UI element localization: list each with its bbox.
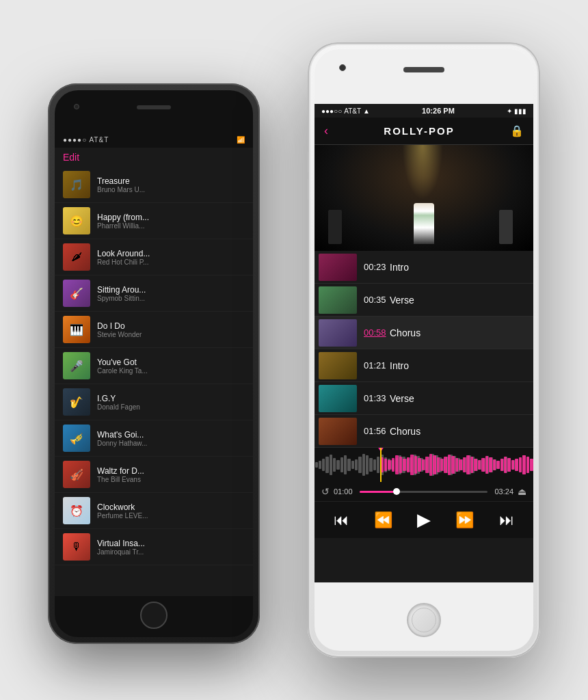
song-title-happy: Happy (from... (97, 213, 245, 222)
chapter-item-intro1[interactable]: 00:23Intro (315, 251, 533, 284)
white-nav-bar: ‹ ROLLY-POP 🔒 (315, 118, 533, 145)
video-player[interactable] (315, 145, 533, 251)
song-artist-virtual: Jamiroquai Tr... (97, 548, 245, 556)
white-status-left: ●●●○○ AT&T ▲ (321, 107, 370, 115)
guitarist-left (328, 210, 342, 244)
song-info-igy: I.G.YDonald Fagen (97, 394, 245, 411)
chapter-item-intro2[interactable]: 01:21Intro (315, 349, 533, 382)
chapter-name-verse2: Verse (390, 393, 414, 404)
back-button[interactable]: ‹ (324, 124, 328, 138)
chapter-time-verse2: 01:33 (364, 393, 390, 403)
chapter-item-chorus2[interactable]: 01:56Chorus (315, 415, 533, 448)
black-phone-home-button[interactable] (140, 602, 168, 629)
black-status-bar: ●●●●○ AT&T 📶 (55, 131, 253, 148)
song-artist-doido: Stevie Wonder (97, 331, 245, 338)
song-item-happy[interactable]: 😊Happy (from...Pharrell Willia... (55, 203, 253, 239)
song-thumb-happy: 😊 (63, 207, 90, 234)
white-phone-home-button[interactable] (407, 603, 441, 637)
song-info-clockwork: ClockworkPerfume LEVE... (97, 502, 245, 520)
waveform[interactable] (315, 448, 533, 482)
chapter-item-verse1[interactable]: 00:35Verse (315, 284, 533, 317)
song-title-igy: I.G.Y (97, 394, 245, 403)
chapter-time-chorus2: 01:56 (364, 426, 390, 436)
chapter-item-chorus1[interactable]: 00:58Chorus (315, 317, 533, 349)
black-phone: ●●●●○ AT&T 📶 Edit 🎵TreasureBruno Mars U.… (48, 83, 260, 644)
song-info-happy: Happy (from...Pharrell Willia... (97, 213, 245, 230)
song-thumb-sitting: 🎸 (63, 280, 90, 307)
song-artist-waltz: The Bill Evans (97, 476, 245, 483)
guitarist-right (499, 210, 513, 244)
song-info-doido: Do I DoStevie Wonder (97, 321, 245, 338)
chapter-name-chorus2: Chorus (390, 426, 420, 437)
fast-forward-button[interactable]: ⏩ (455, 511, 474, 529)
chapter-name-intro2: Intro (390, 360, 409, 371)
song-title-treasure: Treasure (97, 176, 245, 186)
song-artist-youvegot: Carole King Ta... (97, 367, 245, 375)
song-thumb-lookaround: 🌶 (63, 243, 90, 271)
black-edit-button[interactable]: Edit (63, 152, 79, 163)
song-info-youvegot: You've GotCarole King Ta... (97, 358, 245, 375)
black-phone-screen: ●●●●○ AT&T 📶 Edit 🎵TreasureBruno Mars U.… (55, 131, 253, 596)
black-signal: ●●●●○ AT&T (63, 136, 109, 144)
white-phone: ●●●○○ AT&T ▲ 10:26 PM ✦ ▮▮▮ ‹ ROLLY-POP … (308, 42, 540, 658)
song-item-treasure[interactable]: 🎵TreasureBruno Mars U... (55, 167, 253, 203)
white-status-bar: ●●●○○ AT&T ▲ 10:26 PM ✦ ▮▮▮ (315, 104, 533, 118)
song-item-igy[interactable]: 🎷I.G.YDonald Fagen (55, 384, 253, 420)
play-pause-button[interactable]: ▶ (417, 509, 431, 530)
skip-forward-button[interactable]: ⏭ (499, 511, 514, 529)
song-item-whats[interactable]: 🎺What's Goi...Donny Hathaw... (55, 420, 253, 457)
waveform-playhead (380, 448, 382, 482)
volume-down-button[interactable] (308, 179, 308, 200)
progress-fill (360, 491, 397, 493)
waveform-played (380, 448, 533, 482)
song-title-whats: What's Goi... (97, 430, 245, 440)
song-artist-treasure: Bruno Mars U... (97, 186, 245, 193)
song-title-clockwork: Clockwork (97, 502, 245, 512)
song-thumb-doido: 🎹 (63, 316, 90, 343)
black-wifi-icon: 📶 (237, 136, 245, 144)
power-button[interactable] (539, 165, 540, 200)
song-title-waltz: Waltz for D... (97, 466, 245, 476)
white-carrier: AT&T (344, 107, 361, 115)
song-item-virtual[interactable]: 🎙Virtual Insa...Jamiroquai Tr... (55, 529, 253, 565)
chapter-time-intro1: 00:23 (364, 262, 390, 272)
song-item-doido[interactable]: 🎹Do I DoStevie Wonder (55, 312, 253, 348)
rewind-button[interactable]: ⏪ (374, 511, 392, 529)
song-title-sitting: Sitting Arou... (97, 285, 245, 295)
song-item-youvegot[interactable]: 🎤You've GotCarole King Ta... (55, 348, 253, 384)
chapter-thumb-intro2 (319, 352, 357, 379)
eject-icon[interactable]: ⏏ (518, 486, 526, 497)
chapter-name-intro1: Intro (390, 262, 409, 273)
song-item-clockwork[interactable]: ⏰ClockworkPerfume LEVE... (55, 493, 253, 529)
song-info-whats: What's Goi...Donny Hathaw... (97, 430, 245, 447)
song-info-lookaround: Look Around...Red Hot Chili P... (97, 249, 245, 266)
chapter-item-verse2[interactable]: 01:33Verse (315, 382, 533, 415)
progress-bar-area: ↺ 01:00 03:24 ⏏ (315, 482, 533, 501)
chapter-thumb-intro1 (319, 254, 357, 281)
video-scene (315, 145, 533, 251)
song-info-sitting: Sitting Arou...Spymob Sittin... (97, 285, 245, 302)
song-item-waltz[interactable]: 🎻Waltz for D...The Bill Evans (55, 457, 253, 493)
song-thumb-whats: 🎺 (63, 425, 90, 452)
progress-thumb[interactable] (393, 488, 400, 495)
skip-back-button[interactable]: ⏮ (334, 511, 349, 529)
white-bluetooth-icon: ✦ (507, 107, 512, 115)
home-button-inner (412, 608, 436, 632)
song-artist-whats: Donny Hathaw... (97, 440, 245, 447)
volume-up-button[interactable] (308, 152, 308, 172)
chapter-thumb-verse1 (319, 286, 357, 314)
song-item-sitting[interactable]: 🎸Sitting Arou...Spymob Sittin... (55, 275, 253, 312)
lock-icon[interactable]: 🔒 (510, 124, 524, 137)
white-status-right: ✦ ▮▮▮ (507, 107, 526, 115)
progress-track[interactable] (360, 491, 487, 493)
playback-controls: ⏮ ⏪ ▶ ⏩ ⏭ (315, 501, 533, 538)
song-thumb-youvegot: 🎤 (63, 352, 90, 379)
song-title-doido: Do I Do (97, 321, 245, 331)
song-artist-sitting: Spymob Sittin... (97, 295, 245, 302)
repeat-icon[interactable]: ↺ (321, 486, 330, 497)
song-title-lookaround: Look Around... (97, 249, 245, 258)
song-item-lookaround[interactable]: 🌶Look Around...Red Hot Chili P... (55, 239, 253, 275)
song-info-virtual: Virtual Insa...Jamiroquai Tr... (97, 539, 245, 556)
song-artist-clockwork: Perfume LEVE... (97, 512, 245, 520)
white-wifi-icon: ▲ (363, 107, 370, 115)
